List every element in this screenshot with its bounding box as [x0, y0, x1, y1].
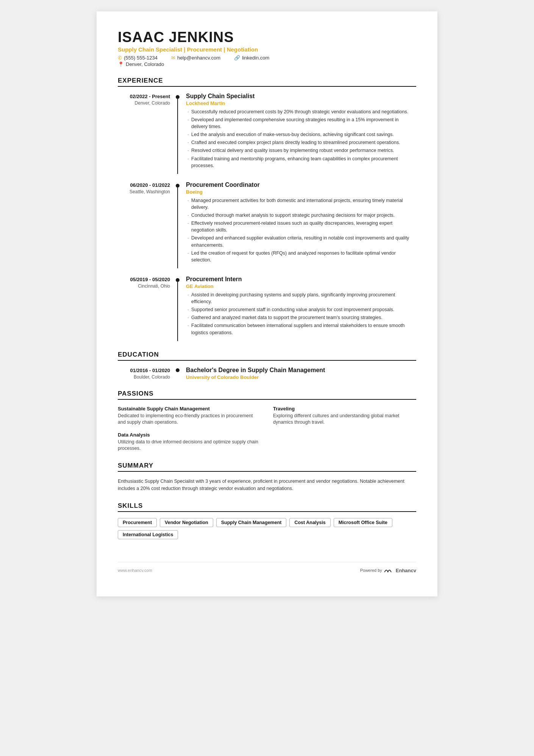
edu-dates-1: 01/2016 - 01/2020 — [118, 367, 175, 373]
exp-dates-2: 06/2020 - 01/2022 — [118, 182, 175, 188]
passion-item-0: Sustainable Supply Chain Management Dedi… — [118, 406, 261, 426]
exp-bullet-2-2: Effectively resolved procurement-related… — [186, 220, 416, 233]
skills-section: SKILLS Procurement Vendor Negotiation Su… — [118, 502, 416, 539]
brand-name: Enhancv — [396, 568, 416, 573]
passion-desc-1: Exploring different cultures and underst… — [273, 413, 416, 426]
exp-line-1 — [177, 99, 178, 174]
edu-left-1: 01/2016 - 01/2020 Boulder, Colorado — [118, 367, 175, 380]
enhancv-logo-icon — [384, 567, 394, 574]
passion-desc-0: Dedicated to implementing eco-friendly p… — [118, 413, 261, 426]
linkedin-url: linkedin.com — [242, 55, 269, 61]
passion-desc-2: Utilizing data to drive informed decisio… — [118, 439, 261, 452]
exp-company-1: Lockheed Martin — [186, 100, 416, 106]
exp-timeline-1 — [175, 93, 181, 174]
candidate-name: ISAAC JENKINS — [118, 30, 416, 45]
exp-dates-3: 05/2019 - 05/2020 — [118, 276, 175, 282]
exp-line-3 — [177, 282, 178, 341]
exp-bullet-2-0: Managed procurement activities for both … — [186, 197, 416, 211]
edu-school-1: University of Colorado Boulder — [186, 374, 416, 380]
exp-company-3: GE Aviation — [186, 283, 416, 289]
exp-dates-1: 02/2022 - Present — [118, 93, 175, 99]
header: ISAAC JENKINS Supply Chain Specialist | … — [118, 30, 416, 67]
exp-bullet-3-3: Facilitated communication between intern… — [186, 322, 416, 336]
edu-degree-1: Bachelor's Degree in Supply Chain Manage… — [186, 367, 416, 374]
email-contact: ✉ help@enhancv.com — [171, 55, 220, 61]
exp-timeline-3 — [175, 276, 181, 341]
skill-tag-4: Microsoft Office Suite — [334, 518, 392, 527]
location-row: 📍 Denver, Colorado — [118, 61, 416, 67]
exp-dot-3 — [176, 278, 180, 282]
skill-tag-1: Vendor Negotiation — [160, 518, 213, 527]
skills-row-2: International Logistics — [118, 530, 416, 539]
exp-bullet-2-4: Led the creation of request for quotes (… — [186, 250, 416, 263]
exp-bullet-1-4: Resolved critical delivery and quality i… — [186, 147, 416, 154]
exp-bullet-3-1: Supported senior procurement staff in co… — [186, 306, 416, 313]
exp-location-1: Denver, Colorado — [118, 100, 175, 106]
exp-location-2: Seattle, Washington — [118, 189, 175, 194]
passions-section: PASSIONS Sustainable Supply Chain Manage… — [118, 390, 416, 452]
exp-role-1: Supply Chain Specialist — [186, 93, 416, 100]
skill-tag-2: Supply Chain Management — [216, 518, 287, 527]
skill-tag-0: Procurement — [118, 518, 157, 527]
education-title: EDUCATION — [118, 351, 416, 361]
edu-content-1: Bachelor's Degree in Supply Chain Manage… — [181, 367, 416, 380]
exp-timeline-2 — [175, 182, 181, 268]
email-address: help@enhancv.com — [177, 55, 220, 61]
skills-row-1: Procurement Vendor Negotiation Supply Ch… — [118, 518, 416, 527]
footer: www.enhancv.com Powered by Enhancv — [118, 562, 416, 574]
exp-content-2: Procurement Coordinator Boeing Managed p… — [181, 182, 416, 268]
skill-tag-3: Cost Analysis — [289, 518, 330, 527]
resume-page: ISAAC JENKINS Supply Chain Specialist | … — [97, 11, 437, 596]
exp-left-3: 05/2019 - 05/2020 Cincinnati, Ohio — [118, 276, 175, 341]
exp-bullets-1: Successfully reduced procurement costs b… — [186, 108, 416, 169]
education-item-1: 01/2016 - 01/2020 Boulder, Colorado Bach… — [118, 367, 416, 380]
exp-bullet-1-1: Developed and implemented comprehensive … — [186, 116, 416, 130]
phone-number: (555) 555-1234 — [124, 55, 158, 61]
summary-text: Enthusiastic Supply Chain Specialist wit… — [118, 478, 416, 493]
exp-content-1: Supply Chain Specialist Lockheed Martin … — [181, 93, 416, 174]
experience-title: EXPERIENCE — [118, 77, 416, 87]
exp-bullets-2: Managed procurement activities for both … — [186, 197, 416, 263]
passion-name-1: Traveling — [273, 406, 416, 412]
exp-bullet-1-0: Successfully reduced procurement costs b… — [186, 108, 416, 115]
linkedin-contact: 🔗 linkedin.com — [234, 55, 269, 61]
exp-company-2: Boeing — [186, 189, 416, 195]
exp-left-1: 02/2022 - Present Denver, Colorado — [118, 93, 175, 174]
passions-grid: Sustainable Supply Chain Management Dedi… — [118, 406, 416, 452]
email-icon: ✉ — [171, 55, 175, 61]
linkedin-icon: 🔗 — [234, 55, 240, 61]
exp-left-2: 06/2020 - 01/2022 Seattle, Washington — [118, 182, 175, 268]
passion-item-2: Data Analysis Utilizing data to drive in… — [118, 432, 261, 452]
exp-location-3: Cincinnati, Ohio — [118, 283, 175, 289]
location-icon: 📍 — [118, 61, 124, 67]
experience-item-3: 05/2019 - 05/2020 Cincinnati, Ohio Procu… — [118, 276, 416, 341]
exp-dot-1 — [176, 95, 180, 99]
exp-bullet-1-3: Crafted and executed complex project pla… — [186, 139, 416, 146]
experience-item-2: 06/2020 - 01/2022 Seattle, Washington Pr… — [118, 182, 416, 268]
footer-brand: Powered by Enhancv — [360, 567, 416, 574]
passion-name-0: Sustainable Supply Chain Management — [118, 406, 261, 412]
exp-bullet-3-2: Gathered and analyzed market data to sup… — [186, 314, 416, 321]
exp-bullet-1-2: Led the analysis and execution of make-v… — [186, 131, 416, 138]
powered-by-text: Powered by — [360, 568, 382, 573]
exp-role-3: Procurement Intern — [186, 276, 416, 283]
edu-location-1: Boulder, Colorado — [118, 374, 175, 380]
education-section: EDUCATION 01/2016 - 01/2020 Boulder, Col… — [118, 351, 416, 380]
exp-bullet-3-0: Assisted in developing purchasing system… — [186, 291, 416, 305]
exp-bullet-1-5: Facilitated training and mentorship prog… — [186, 155, 416, 169]
exp-dot-2 — [176, 184, 180, 188]
exp-content-3: Procurement Intern GE Aviation Assisted … — [181, 276, 416, 341]
summary-title: SUMMARY — [118, 462, 416, 472]
passion-item-1: Traveling Exploring different cultures a… — [273, 406, 416, 426]
experience-section: EXPERIENCE 02/2022 - Present Denver, Col… — [118, 77, 416, 341]
footer-website: www.enhancv.com — [118, 568, 152, 573]
passion-name-2: Data Analysis — [118, 432, 261, 438]
phone-icon: ✆ — [118, 55, 122, 61]
exp-role-2: Procurement Coordinator — [186, 182, 416, 188]
summary-section: SUMMARY Enthusiastic Supply Chain Specia… — [118, 462, 416, 493]
edu-timeline-1 — [175, 367, 181, 380]
skill-tag-5: International Logistics — [118, 530, 178, 539]
location-text: Denver, Colorado — [126, 61, 164, 67]
exp-bullets-3: Assisted in developing purchasing system… — [186, 291, 416, 336]
experience-item-1: 02/2022 - Present Denver, Colorado Suppl… — [118, 93, 416, 174]
